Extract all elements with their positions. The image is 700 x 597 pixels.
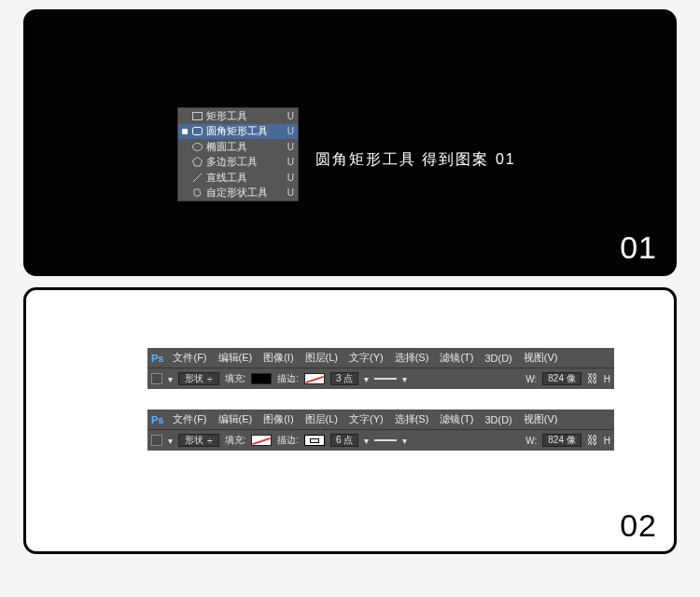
tool-label: 直线工具	[206, 171, 284, 185]
menu-image[interactable]: 图像(I)	[263, 412, 293, 426]
svg-line-4	[193, 174, 202, 182]
options-bar: ▾ 形状÷ 填充: 描边: 6 点 ▾ ▾ W: 824 像 ⛓ H	[147, 430, 614, 451]
roundrect-icon	[191, 126, 203, 137]
menu-select[interactable]: 选择(S)	[395, 412, 429, 426]
menu-view[interactable]: 视图(V)	[524, 412, 558, 426]
divider: ▾	[168, 374, 173, 384]
step-number: 02	[620, 507, 657, 544]
shortcut-key: U	[287, 126, 294, 136]
height-label: H	[604, 436, 610, 446]
tool-label: 自定形状工具	[206, 186, 284, 200]
menu-filter[interactable]: 滤镜(T)	[440, 412, 473, 426]
fill-swatch[interactable]	[251, 373, 272, 384]
width-label: W:	[525, 436, 537, 446]
tool-menu-item-selected[interactable]: 圆角矩形工具 U	[178, 124, 298, 140]
menu-select[interactable]: 选择(S)	[395, 351, 429, 365]
mode-dropdown[interactable]: 形状÷	[178, 372, 219, 385]
stroke-swatch[interactable]	[304, 435, 325, 446]
stroke-label: 描边:	[277, 434, 299, 447]
active-indicator	[182, 113, 188, 118]
shortcut-key: U	[287, 173, 294, 183]
rect-icon	[191, 110, 203, 121]
step-panel-02: Ps 文件(F) 编辑(E) 图像(I) 图层(L) 文字(Y) 选择(S) 滤…	[23, 287, 677, 554]
stroke-style-icon[interactable]	[374, 439, 397, 441]
menu-file[interactable]: 文件(F)	[173, 412, 206, 426]
svg-point-2	[192, 143, 202, 150]
shortcut-key: U	[287, 187, 294, 198]
ellipse-icon	[191, 141, 203, 152]
menu-type[interactable]: 文字(Y)	[349, 412, 384, 426]
options-bar: ▾ 形状÷ 填充: 描边: 3 点 ▾ ▾ W: 824 像 ⛓ H	[147, 368, 614, 389]
menu-type[interactable]: 文字(Y)	[349, 351, 384, 365]
stroke-swatch[interactable]	[304, 373, 325, 384]
photoshop-ui-1: Ps 文件(F) 编辑(E) 图像(I) 图层(L) 文字(Y) 选择(S) 滤…	[147, 348, 614, 389]
step-panel-01: 矩形工具 U 圆角矩形工具 U 椭圆工具 U 多边形工具 U 直线工具 U	[23, 9, 677, 276]
width-field[interactable]: 824 像	[542, 434, 581, 447]
stroke-style-icon[interactable]	[374, 378, 397, 380]
stroke-label: 描边:	[277, 372, 299, 385]
menu-filter[interactable]: 滤镜(T)	[440, 351, 473, 365]
svg-rect-0	[192, 112, 202, 119]
polygon-icon	[191, 157, 203, 168]
fill-label: 填充:	[225, 372, 246, 385]
tool-label: 圆角矩形工具	[206, 124, 284, 138]
menu-edit[interactable]: 编辑(E)	[218, 351, 253, 365]
fill-swatch[interactable]	[251, 435, 272, 446]
ps-logo: Ps	[151, 414, 163, 425]
svg-rect-1	[192, 128, 202, 135]
tool-menu-item[interactable]: 矩形工具 U	[178, 108, 298, 124]
step-number: 01	[620, 229, 657, 266]
tool-menu-item[interactable]: 多边形工具 U	[178, 155, 298, 171]
active-indicator	[182, 144, 188, 149]
tool-menu-item[interactable]: 椭圆工具 U	[178, 139, 298, 155]
menu-file[interactable]: 文件(F)	[173, 351, 206, 365]
tool-preset-icon[interactable]	[151, 435, 162, 446]
svg-marker-3	[192, 158, 202, 167]
active-indicator	[182, 160, 188, 165]
custom-shape-icon	[191, 187, 203, 199]
menu-3d[interactable]: 3D(D)	[484, 414, 511, 425]
menubar: Ps 文件(F) 编辑(E) 图像(I) 图层(L) 文字(Y) 选择(S) 滤…	[147, 410, 614, 430]
photoshop-ui-2: Ps 文件(F) 编辑(E) 图像(I) 图层(L) 文字(Y) 选择(S) 滤…	[147, 410, 614, 451]
menu-edit[interactable]: 编辑(E)	[218, 412, 253, 426]
stroke-width-field[interactable]: 6 点	[330, 434, 358, 447]
mode-dropdown[interactable]: 形状÷	[178, 434, 219, 447]
menubar: Ps 文件(F) 编辑(E) 图像(I) 图层(L) 文字(Y) 选择(S) 滤…	[147, 348, 614, 368]
active-indicator	[182, 190, 188, 196]
divider: ▾	[168, 436, 173, 446]
active-indicator	[182, 129, 188, 134]
shape-tool-flyout: 矩形工具 U 圆角矩形工具 U 椭圆工具 U 多边形工具 U 直线工具 U	[177, 107, 299, 201]
active-indicator	[182, 174, 188, 180]
width-field[interactable]: 824 像	[542, 372, 581, 385]
tool-preset-icon[interactable]	[151, 373, 162, 384]
shortcut-key: U	[287, 157, 294, 167]
stroke-width-field[interactable]: 3 点	[330, 372, 358, 385]
ps-logo: Ps	[151, 353, 163, 364]
tool-menu-item[interactable]: 直线工具 U	[178, 170, 298, 186]
menu-layer[interactable]: 图层(L)	[305, 351, 338, 365]
tool-menu-item[interactable]: 自定形状工具 U	[178, 186, 298, 201]
menu-view[interactable]: 视图(V)	[524, 351, 558, 365]
width-label: W:	[525, 374, 537, 384]
line-icon	[191, 172, 203, 183]
tool-label: 椭圆工具	[206, 140, 284, 154]
step-caption: 圆角矩形工具 得到图案 01	[315, 150, 516, 170]
menu-image[interactable]: 图像(I)	[263, 351, 293, 365]
menu-layer[interactable]: 图层(L)	[305, 412, 338, 426]
link-icon[interactable]: ⛓	[587, 434, 598, 447]
menu-3d[interactable]: 3D(D)	[484, 353, 511, 364]
tool-label: 矩形工具	[206, 109, 284, 123]
shortcut-key: U	[287, 142, 294, 152]
tool-label: 多边形工具	[206, 155, 284, 169]
height-label: H	[604, 374, 610, 384]
fill-label: 填充:	[225, 434, 246, 447]
link-icon[interactable]: ⛓	[587, 372, 598, 385]
shortcut-key: U	[287, 111, 294, 121]
